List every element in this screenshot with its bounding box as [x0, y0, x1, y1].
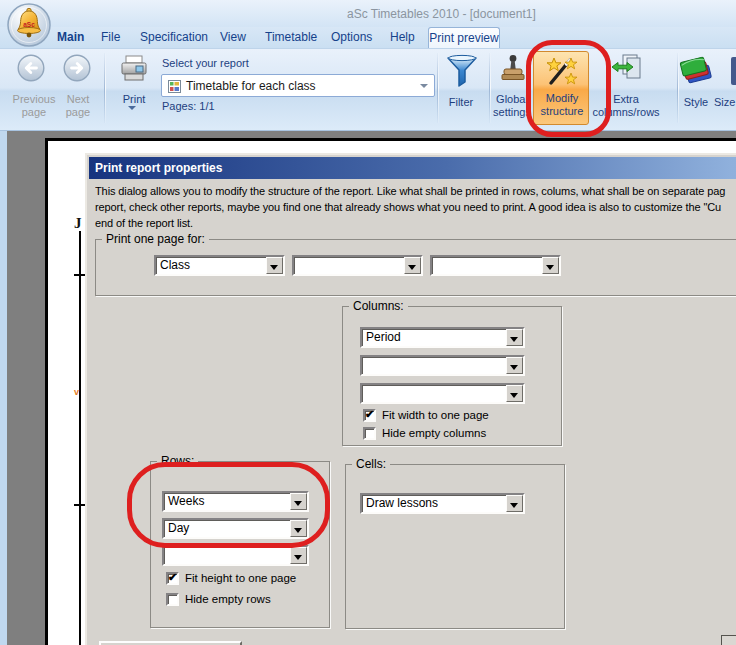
- pages-indicator: Pages: 1/1: [162, 100, 282, 113]
- window-titlebar: aSc Timetables 2010 - [document1]: [0, 0, 736, 27]
- report-select-combobox[interactable]: Timetable for each class: [161, 74, 435, 97]
- tab-help[interactable]: Help: [390, 30, 415, 44]
- app-menu-button[interactable]: aSc: [6, 2, 52, 48]
- page-for-combo-1[interactable]: Class: [154, 255, 285, 276]
- print-button[interactable]: [119, 54, 149, 86]
- checkbox-box: [363, 427, 376, 440]
- window-left-edge: [0, 131, 7, 645]
- previous-page-icon: [17, 54, 45, 82]
- modify-structure-button[interactable]: Modify structure: [533, 51, 589, 125]
- combo-value: Weeks: [168, 494, 204, 508]
- global-settings-icon: [498, 53, 528, 85]
- size-icon[interactable]: [731, 57, 736, 85]
- combo-value: Day: [168, 521, 189, 535]
- extra-columns-rows-label: Extra columns/rows: [588, 93, 664, 119]
- dropdown-button[interactable]: [506, 385, 523, 402]
- print-icon: [119, 54, 149, 82]
- dropdown-arrow-icon: [294, 555, 302, 560]
- fit-width-checkbox[interactable]: ✔ Fit width to one page: [363, 409, 553, 423]
- tab-view[interactable]: View: [220, 30, 246, 44]
- combo-value: Draw lessons: [366, 496, 438, 510]
- dropdown-arrow-icon: [408, 265, 416, 270]
- hide-empty-rows-checkbox[interactable]: Hide empty rows: [166, 593, 336, 607]
- cells-group: Cells:: [345, 464, 565, 629]
- dropdown-button[interactable]: [404, 257, 421, 274]
- dropdown-button[interactable]: [266, 257, 283, 274]
- combo-value: Class: [160, 258, 190, 272]
- columns-combo-2[interactable]: [360, 355, 525, 376]
- previous-page-label: Previous page: [6, 93, 62, 119]
- tab-print-preview[interactable]: Print preview: [428, 27, 500, 48]
- checkbox-label: Fit height to one page: [185, 572, 296, 584]
- window-title: aSc Timetables 2010 - [document1]: [347, 7, 536, 21]
- extra-columns-rows-button[interactable]: [610, 53, 642, 87]
- tab-specification[interactable]: Specification: [140, 30, 208, 44]
- checkbox-label: Fit width to one page: [382, 409, 489, 421]
- rows-combo-1[interactable]: Weeks: [162, 491, 309, 512]
- extra-columns-rows-icon: [610, 53, 642, 83]
- next-page-icon: [63, 54, 91, 82]
- dropdown-arrow-icon: [510, 393, 518, 398]
- ribbon-separator: [677, 53, 678, 123]
- filter-icon: [445, 53, 479, 89]
- page-table-tick: [74, 274, 85, 276]
- style-label: Style: [677, 96, 715, 109]
- chevron-down-icon: [420, 84, 428, 88]
- dropdown-arrow-icon: [270, 265, 278, 270]
- style-button[interactable]: [679, 53, 713, 91]
- filter-button[interactable]: [445, 53, 479, 93]
- checkbox-box: ✔: [166, 572, 179, 585]
- previous-page-button[interactable]: [17, 54, 45, 86]
- dropdown-button[interactable]: [506, 357, 523, 374]
- rows-combo-3[interactable]: [162, 545, 309, 566]
- next-page-button[interactable]: [63, 54, 91, 86]
- rows-combo-2[interactable]: Day: [162, 518, 309, 539]
- next-page-label: Next page: [56, 93, 100, 119]
- report-icon: [168, 80, 181, 93]
- bell-logo-icon: aSc: [6, 2, 52, 48]
- rows-label: Rows:: [157, 454, 198, 468]
- dialog-titlebar[interactable]: Print report properties: [89, 157, 736, 179]
- checkbox-label: Hide empty rows: [185, 593, 271, 605]
- page-table-tick: [74, 504, 85, 506]
- dialog-description-line: end of the report list.: [95, 217, 736, 229]
- dropdown-button[interactable]: [542, 257, 559, 274]
- cells-combo[interactable]: Draw lessons: [360, 493, 525, 514]
- columns-combo-3[interactable]: [360, 383, 525, 404]
- page-text-fragment: J: [74, 215, 82, 232]
- dropdown-button[interactable]: [290, 547, 307, 564]
- ribbon-tab-bar: Main File Specification View Timetable O…: [0, 27, 736, 48]
- page-for-combo-3[interactable]: [430, 255, 561, 276]
- page-table-line: [79, 231, 81, 645]
- clipped-bottom-control: [721, 635, 736, 645]
- global-settings-button[interactable]: [498, 53, 528, 89]
- select-report-label: Select your report: [162, 57, 322, 70]
- tab-timetable[interactable]: Timetable: [265, 30, 317, 44]
- dropdown-button[interactable]: [290, 520, 307, 537]
- combo-value: Period: [366, 330, 401, 344]
- dropdown-arrow-icon: [294, 528, 302, 533]
- dialog-title: Print report properties: [95, 161, 222, 175]
- report-select-value: Timetable for each class: [186, 79, 316, 93]
- checkbox-box: ✔: [363, 409, 376, 422]
- modify-structure-icon: [544, 54, 580, 90]
- columns-combo-1[interactable]: Period: [360, 327, 525, 348]
- columns-label: Columns:: [349, 299, 408, 313]
- dropdown-arrow-icon: [510, 365, 518, 370]
- fit-height-checkbox[interactable]: ✔ Fit height to one page: [166, 572, 336, 586]
- dropdown-button[interactable]: [506, 329, 523, 346]
- dropdown-button[interactable]: [506, 495, 523, 512]
- print-report-properties-dialog: Print report properties This dialog allo…: [85, 153, 736, 645]
- tab-main[interactable]: Main: [57, 30, 84, 44]
- page-for-combo-2[interactable]: [292, 255, 423, 276]
- dropdown-arrow-icon: [510, 503, 518, 508]
- ribbon-separator: [104, 53, 105, 123]
- hide-empty-columns-checkbox[interactable]: Hide empty columns: [363, 427, 553, 441]
- dropdown-button[interactable]: [290, 493, 307, 510]
- tab-options[interactable]: Options: [331, 30, 372, 44]
- svg-text:aSc: aSc: [23, 21, 35, 28]
- style-icon: [679, 53, 713, 87]
- print-dropdown-arrow-icon[interactable]: [128, 106, 136, 110]
- clipped-bottom-control: [99, 641, 242, 645]
- tab-file[interactable]: File: [101, 30, 120, 44]
